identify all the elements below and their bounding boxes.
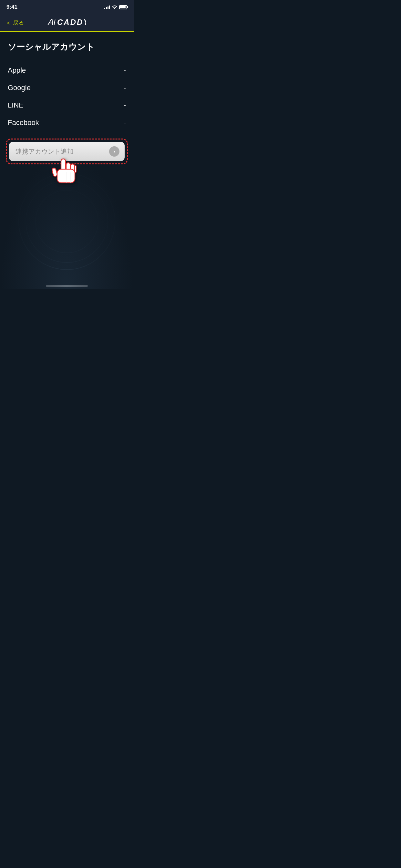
status-icons xyxy=(104,4,127,10)
back-button[interactable]: ＜ 戻る xyxy=(5,19,24,27)
line-value: - xyxy=(124,101,126,110)
add-account-label: 連携アカウント追加 xyxy=(16,147,73,156)
signal-icon xyxy=(104,5,110,9)
status-time: 9:41 xyxy=(6,4,18,10)
svg-text:ꓮi: ꓮi xyxy=(48,17,56,27)
social-accounts-list: Apple - Google - LINE - Facebook - xyxy=(8,62,126,131)
battery-icon xyxy=(119,5,127,9)
social-item-google: Google - xyxy=(8,79,126,97)
main-content: ソーシャルアカウント Apple - Google - LINE - Faceb… xyxy=(0,32,134,167)
social-item-apple: Apple - xyxy=(8,62,126,79)
section-title: ソーシャルアカウント xyxy=(8,41,126,53)
logo-ai: ꓮi CADDY xyxy=(48,17,86,29)
add-account-wrapper: 連携アカウント追加 › xyxy=(9,142,125,161)
background-overlay xyxy=(0,154,134,289)
social-item-line: LINE - xyxy=(8,97,126,114)
line-label: LINE xyxy=(8,101,24,110)
apple-value: - xyxy=(124,66,126,74)
wifi-icon xyxy=(112,4,117,10)
svg-text:CADDY: CADDY xyxy=(57,18,86,27)
logo: ꓮi CADDY xyxy=(48,17,86,29)
google-label: Google xyxy=(8,84,31,92)
social-item-facebook: Facebook - xyxy=(8,114,126,131)
facebook-label: Facebook xyxy=(8,119,39,127)
apple-label: Apple xyxy=(8,66,26,74)
google-value: - xyxy=(124,84,126,92)
add-account-arrow-icon: › xyxy=(109,146,120,157)
status-bar: 9:41 xyxy=(0,0,134,14)
facebook-value: - xyxy=(124,119,126,127)
back-label: 戻る xyxy=(13,19,24,27)
navbar: ＜ 戻る ꓮi CADDY xyxy=(0,14,134,32)
add-account-button[interactable]: 連携アカウント追加 › xyxy=(9,142,125,161)
back-chevron-icon: ＜ xyxy=(5,19,11,27)
